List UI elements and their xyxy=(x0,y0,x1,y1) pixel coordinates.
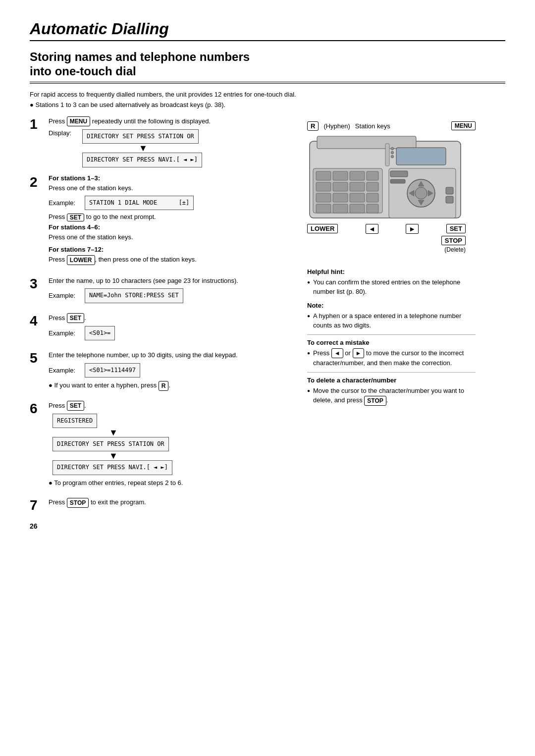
for-stations-712-text: Press LOWER, then press one of the stati… xyxy=(49,255,297,265)
lcd-2a: STATION 1 DIAL MODE [±] xyxy=(85,196,194,210)
note-text: A hyphen or a space entered in a telepho… xyxy=(307,311,476,330)
step-5: 5 Enter the telephone number, up to 30 d… xyxy=(30,350,297,393)
svg-rect-7 xyxy=(333,171,348,180)
right-arrow-key: ► xyxy=(353,348,365,358)
for-stations-13-label: For stations 1–3: xyxy=(49,174,297,182)
for-stations-46-text: Press one of the station keys. xyxy=(49,232,297,242)
helpful-hint-title: Helpful hint: xyxy=(307,268,476,275)
step-1-number: 1 xyxy=(30,117,44,167)
display-label-1: Display: xyxy=(49,129,78,137)
lcd-3: NAME=John STORE:PRESS SET xyxy=(85,288,183,303)
lcd-6a: REGISTERED xyxy=(53,414,97,428)
arrow-down-6a: ▼ xyxy=(107,428,118,437)
lower-label: LOWER xyxy=(307,224,338,233)
step-5-bullet: ● If you want to enter a hyphen, press R… xyxy=(49,380,297,391)
step-2-example: Example: STATION 1 DIAL MODE [±] xyxy=(49,196,297,210)
button-labels: LOWER ◄ ► SET xyxy=(307,224,466,234)
step-2: 2 For stations 1–3: Press one of the sta… xyxy=(30,174,297,269)
stop-key-7: STOP xyxy=(67,498,89,508)
svg-rect-17 xyxy=(367,193,378,202)
svg-rect-11 xyxy=(333,182,348,191)
lcd-5: <S01>=1114497 xyxy=(85,363,140,378)
lcd-1a: DIRECTORY SET PRESS STATION OR xyxy=(82,129,199,144)
for-stations-13-text: Press one of the station keys. xyxy=(49,183,297,193)
lcd-block-1: DIRECTORY SET PRESS STATION OR ▼ DIRECTO… xyxy=(82,129,202,167)
svg-point-34 xyxy=(391,147,394,150)
svg-rect-1 xyxy=(317,136,416,149)
step-7-number: 7 xyxy=(30,498,44,512)
bullet-intro: Stations 1 to 3 can be used alternativel… xyxy=(30,101,505,108)
step-1-display: Display: DIRECTORY SET PRESS STATION OR … xyxy=(49,129,297,167)
r-key-5: R xyxy=(159,381,169,391)
for-stations-46-label: For stations 4–6: xyxy=(49,223,297,231)
step-2-number: 2 xyxy=(30,175,44,269)
lower-key-2: LOWER xyxy=(67,255,95,265)
step-6-display: REGISTERED ▼ DIRECTORY SET PRESS STATION… xyxy=(49,414,297,475)
lcd-1b: DIRECTORY SET PRESS NAVI.[ ◄ ►] xyxy=(82,153,202,167)
svg-rect-6 xyxy=(316,171,331,180)
step-7-text: Press STOP to exit the program. xyxy=(49,497,297,508)
helpful-hint-text: You can confirm the stored entries on th… xyxy=(307,277,476,297)
set-key-2: SET xyxy=(67,214,84,221)
lcd-4: <S01>= xyxy=(85,326,115,340)
intro-text: For rapid access to frequently dialled n… xyxy=(30,91,505,98)
r-badge: R xyxy=(307,121,319,131)
step-1-text: Press MENU repeatedly until the followin… xyxy=(49,116,297,127)
set-key-6: SET xyxy=(67,401,84,411)
note-title: Note: xyxy=(307,302,476,309)
svg-rect-19 xyxy=(333,204,348,213)
step-3: 3 Enter the name, up to 10 characters (s… xyxy=(30,276,297,306)
svg-rect-2 xyxy=(396,148,446,165)
lcd-block-6: REGISTERED ▼ DIRECTORY SET PRESS STATION… xyxy=(53,414,172,475)
svg-rect-32 xyxy=(390,179,405,183)
example-label-2: Example: xyxy=(49,199,81,207)
example-label-3: Example: xyxy=(49,292,81,299)
step-6: 6 Press SET. REGISTERED ▼ DIRECTORY SET … xyxy=(30,401,297,491)
step-3-number: 3 xyxy=(30,277,44,306)
step-7: 7 Press STOP to exit the program. xyxy=(30,497,297,512)
step-4-text: Press SET. xyxy=(49,313,297,324)
for-stations-712: For stations 7–12: Press LOWER, then pre… xyxy=(49,246,297,265)
svg-point-35 xyxy=(391,151,394,154)
svg-rect-16 xyxy=(350,193,365,202)
hints-section: Helpful hint: You can confirm the stored… xyxy=(307,268,476,406)
step-5-number: 5 xyxy=(30,351,44,393)
step-3-text: Enter the name, up to 10 characters (see… xyxy=(49,276,297,286)
step-5-text: Enter the telephone number, up to 30 dig… xyxy=(49,350,297,360)
step-3-example: Example: NAME=John STORE:PRESS SET xyxy=(49,288,297,303)
for-stations-46: For stations 4–6: Press one of the stati… xyxy=(49,223,297,242)
diagram-area: R (Hyphen) Station keys MENU xyxy=(307,121,476,253)
page-title: Automatic Dialling xyxy=(30,20,505,41)
svg-rect-13 xyxy=(367,182,378,191)
menu-key-1: MENU xyxy=(67,116,90,126)
stop-key-delete: STOP xyxy=(364,396,386,406)
delete-label: (Delete) xyxy=(444,246,466,253)
right-arrow-label: ► xyxy=(406,224,419,234)
stop-row: STOP (Delete) xyxy=(307,236,466,253)
set-label: SET xyxy=(446,224,466,233)
svg-rect-20 xyxy=(350,204,365,213)
svg-rect-9 xyxy=(367,171,378,180)
svg-point-36 xyxy=(391,155,394,158)
example-label-5: Example: xyxy=(49,367,81,374)
left-arrow-label: ◄ xyxy=(366,224,378,234)
svg-rect-8 xyxy=(350,171,365,180)
menu-label: MENU xyxy=(451,121,476,130)
stop-label: STOP xyxy=(441,236,466,245)
svg-point-24 xyxy=(415,187,427,199)
svg-rect-10 xyxy=(316,182,331,191)
delete-title: To delete a character/number xyxy=(307,372,476,384)
correct-title: To correct a mistake xyxy=(307,334,476,346)
step-2-set-text: Press SET to go to the next prompt. xyxy=(49,213,297,221)
svg-rect-14 xyxy=(316,193,331,202)
page-number: 26 xyxy=(30,522,297,530)
step-4-example: Example: <S01>= xyxy=(49,326,297,340)
section-title: Storing names and telephone numbers into… xyxy=(30,50,505,84)
station-keys-label: Station keys xyxy=(355,122,390,130)
step-4: 4 Press SET. Example: <S01>= xyxy=(30,313,297,344)
svg-rect-30 xyxy=(446,196,453,203)
arrow-down-6b: ▼ xyxy=(107,451,118,460)
delete-text: Move the cursor to the character/number … xyxy=(307,386,476,406)
fax-diagram xyxy=(307,134,466,220)
svg-rect-21 xyxy=(367,204,378,213)
